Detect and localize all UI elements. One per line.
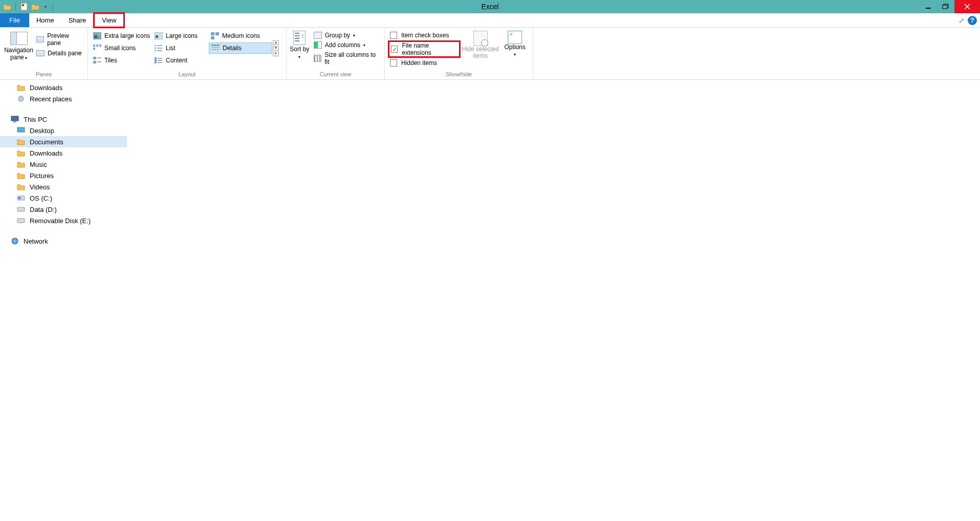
layout-list[interactable]: List xyxy=(153,42,209,54)
tab-home[interactable]: Home xyxy=(29,13,61,27)
details-pane-button[interactable]: Details pane xyxy=(34,49,84,57)
new-folder-icon[interactable] xyxy=(31,3,39,11)
svg-rect-19 xyxy=(155,45,156,46)
svg-rect-22 xyxy=(157,48,162,49)
layout-large-icons[interactable]: Large icons xyxy=(153,30,209,41)
svg-rect-21 xyxy=(155,48,156,49)
layout-scroll-up[interactable]: ▲ xyxy=(273,40,279,45)
folder-icon[interactable] xyxy=(3,3,11,11)
layout-tiles[interactable]: Tiles xyxy=(91,55,153,66)
layout-scroll-down[interactable]: ▼ xyxy=(273,46,279,51)
group-show-hide: Item check boxes File name extensions Hi… xyxy=(385,28,533,79)
nav-downloads[interactable]: Downloads xyxy=(0,147,127,159)
svg-rect-18 xyxy=(93,48,95,50)
nav-os-c[interactable]: OS (C:) xyxy=(0,192,127,204)
tab-view[interactable]: View xyxy=(93,12,125,28)
restore-button[interactable] xyxy=(937,0,954,13)
minimize-ribbon-icon[interactable]: ⤢ xyxy=(959,16,965,25)
group-current-view-label: Current view xyxy=(287,70,384,79)
tab-file[interactable]: File xyxy=(0,13,29,27)
folder-icon xyxy=(16,160,26,168)
nav-music[interactable]: Music xyxy=(0,159,127,170)
extra-large-icons-icon xyxy=(93,32,101,40)
qat-customize-dropdown[interactable]: ▾ xyxy=(42,5,49,9)
folder-icon xyxy=(16,138,26,146)
svg-rect-1 xyxy=(22,4,24,6)
content-area: Downloads Recent places This PC Desktop … xyxy=(0,80,980,521)
svg-point-36 xyxy=(18,96,24,101)
minimize-button[interactable] xyxy=(920,0,937,13)
close-button[interactable] xyxy=(954,0,980,13)
group-panes: Navigation pane ▾ Preview pane Details p… xyxy=(0,28,88,79)
size-columns-icon xyxy=(314,55,322,62)
svg-rect-27 xyxy=(211,49,220,50)
recent-places-icon xyxy=(16,95,26,103)
details-pane-icon xyxy=(36,50,45,56)
file-name-extensions-checkbox[interactable]: File name extensions xyxy=(388,40,461,58)
svg-rect-24 xyxy=(157,50,162,51)
hide-selected-items-button[interactable]: Hide selected items xyxy=(461,30,500,59)
svg-rect-35 xyxy=(158,62,162,63)
preview-pane-label: Preview pane xyxy=(47,32,82,47)
group-layout-label: Layout xyxy=(88,70,286,79)
item-check-boxes-checkbox[interactable]: Item check boxes xyxy=(388,31,461,39)
svg-rect-34 xyxy=(158,60,162,61)
properties-icon[interactable] xyxy=(20,3,28,11)
svg-rect-14 xyxy=(211,36,214,39)
layout-details[interactable]: Details xyxy=(209,42,272,54)
nav-removable-e[interactable]: Removable Disk (E:) xyxy=(0,215,127,226)
nav-videos[interactable]: Videos xyxy=(0,181,127,192)
nav-recent-places[interactable]: Recent places xyxy=(0,93,127,104)
sort-by-button[interactable]: ↕ Sort by ▾ xyxy=(290,30,310,60)
file-list-area[interactable] xyxy=(127,80,980,521)
layout-gallery-more[interactable]: ▾ xyxy=(273,52,279,56)
checkbox-icon xyxy=(390,59,397,67)
folder-icon xyxy=(16,149,26,157)
help-button[interactable]: ? xyxy=(968,16,977,25)
folder-icon xyxy=(16,183,26,191)
qat-separator xyxy=(15,3,16,11)
tab-share[interactable]: Share xyxy=(61,13,94,27)
navigation-pane-icon xyxy=(10,32,28,45)
nav-desktop[interactable]: Desktop xyxy=(0,125,127,136)
svg-rect-12 xyxy=(211,32,214,35)
navigation-pane-button[interactable]: Navigation pane ▾ xyxy=(3,30,34,62)
group-current-view: ↕ Sort by ▾ Group by ▾ Add columns ▾ Siz… xyxy=(287,28,385,79)
svg-rect-33 xyxy=(158,58,162,59)
svg-rect-25 xyxy=(211,45,220,46)
svg-rect-43 xyxy=(17,219,25,223)
options-button[interactable]: Options▾ xyxy=(500,30,530,58)
nav-downloads-fav[interactable]: Downloads xyxy=(0,82,127,93)
nav-pictures[interactable]: Pictures xyxy=(0,170,127,181)
svg-rect-13 xyxy=(215,32,219,35)
preview-pane-button[interactable]: Preview pane xyxy=(34,32,84,47)
network-icon xyxy=(10,237,19,245)
title-bar: ▾ Excel xyxy=(0,0,980,13)
nav-network[interactable]: Network xyxy=(0,235,127,247)
content-icon xyxy=(155,56,163,64)
group-by-button[interactable]: Group by ▾ xyxy=(313,31,381,39)
add-columns-button[interactable]: Add columns ▾ xyxy=(313,41,381,49)
large-icons-icon xyxy=(155,32,163,40)
nav-documents[interactable]: Documents xyxy=(0,136,127,147)
nav-this-pc[interactable]: This PC xyxy=(0,114,127,125)
layout-content[interactable]: Content xyxy=(153,55,209,66)
group-layout: Extra large icons Large icons Medium ico… xyxy=(88,28,287,79)
layout-medium-icons[interactable]: Medium icons xyxy=(209,30,272,41)
svg-rect-37 xyxy=(11,116,18,121)
layout-extra-large-icons[interactable]: Extra large icons xyxy=(91,30,153,41)
size-all-columns-button[interactable]: Size all columns to fit xyxy=(313,51,381,66)
qat-separator-2 xyxy=(53,3,53,11)
svg-rect-26 xyxy=(211,47,220,48)
svg-rect-17 xyxy=(99,45,101,47)
computer-icon xyxy=(10,115,19,123)
layout-small-icons[interactable]: Small icons xyxy=(91,42,153,54)
checkbox-icon xyxy=(390,32,397,39)
small-icons-icon xyxy=(93,44,101,52)
nav-data-d[interactable]: Data (D:) xyxy=(0,204,127,215)
drive-icon xyxy=(16,194,26,202)
hidden-items-checkbox[interactable]: Hidden items xyxy=(388,59,461,67)
folder-icon xyxy=(16,171,26,180)
folder-icon xyxy=(16,83,26,92)
svg-rect-16 xyxy=(96,45,98,47)
